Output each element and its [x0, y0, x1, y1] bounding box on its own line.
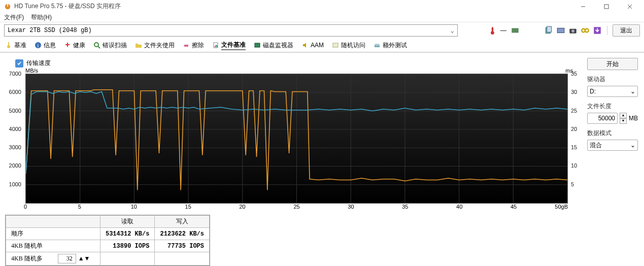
- table-row: 4KB 随机多 32 ▲▼: [6, 252, 210, 265]
- file-length-input[interactable]: 50000: [587, 113, 618, 124]
- threads-down-button[interactable]: ▼: [84, 255, 90, 262]
- copy-info-icon[interactable]: [544, 26, 553, 35]
- drive-label: 驱动器: [587, 76, 605, 83]
- svg-point-15: [585, 29, 589, 32]
- svg-rect-25: [215, 46, 216, 47]
- svg-rect-8: [512, 28, 519, 33]
- svg-point-13: [571, 29, 574, 32]
- svg-text:i: i: [38, 43, 39, 48]
- thermometer-icon: [488, 26, 497, 35]
- transfer-speed-checkbox[interactable]: [15, 59, 23, 68]
- table-row: 顺序 5314312 KB/s 2123622 KB/s: [6, 228, 210, 240]
- drive-select[interactable]: Lexar 2TB SSD (2048 gB) ⌄: [4, 24, 458, 37]
- file-length-down-button[interactable]: ▼: [620, 118, 627, 124]
- chevron-down-icon: ⌄: [451, 27, 454, 35]
- close-button[interactable]: [623, 2, 637, 12]
- maximize-button[interactable]: [599, 2, 614, 12]
- menu-help[interactable]: 帮助(H): [31, 13, 52, 22]
- svg-rect-3: [604, 5, 608, 9]
- svg-point-31: [375, 44, 380, 46]
- minimize-button[interactable]: [576, 2, 590, 12]
- svg-rect-18: [8, 42, 9, 46]
- svg-rect-11: [557, 28, 564, 33]
- threads-up-button[interactable]: ▲: [78, 255, 84, 262]
- link-icon[interactable]: [581, 26, 590, 35]
- svg-rect-10: [547, 26, 552, 32]
- tab-errorscan[interactable]: 错误扫描: [93, 39, 127, 52]
- file-length-up-button[interactable]: ▲: [620, 113, 627, 118]
- tab-diskmonitor[interactable]: 磁盘监视器: [254, 39, 293, 52]
- table-row: 4KB 随机单 13890 IOPS 77735 IOPS: [6, 240, 210, 252]
- col-header-blank: [6, 216, 100, 228]
- transfer-speed-label: 传输速度: [26, 59, 51, 68]
- titlebar: HD Tune Pro 5.75 - 硬盘/SSD 实用程序: [0, 0, 644, 13]
- file-length-label: 文件长度: [587, 103, 612, 110]
- svg-rect-6: [492, 27, 493, 31]
- results-table: 读取 写入 顺序 5314312 KB/s 2123622 KB/s 4KB 随…: [5, 215, 210, 266]
- col-header-read: 读取: [100, 216, 155, 228]
- svg-rect-27: [217, 45, 218, 47]
- temp-config-icon[interactable]: [511, 26, 520, 35]
- tab-extra[interactable]: 额外测试: [374, 39, 407, 52]
- copy-screenshot-icon[interactable]: [556, 26, 565, 35]
- tab-bar: 基准 i信息 健康 错误扫描 文件夹使用 擦除 文件基准 磁盘监视器 AAM 随…: [0, 39, 644, 53]
- col-header-write: 写入: [155, 216, 210, 228]
- svg-rect-28: [255, 43, 260, 47]
- svg-rect-26: [216, 45, 217, 47]
- temperature-display: —: [500, 27, 507, 34]
- chevron-down-icon: ⌄: [630, 142, 635, 149]
- tab-filebench[interactable]: 文件基准: [212, 39, 246, 52]
- exit-button[interactable]: 退出: [613, 24, 640, 37]
- app-icon: [4, 3, 11, 10]
- tab-info[interactable]: i信息: [35, 39, 56, 52]
- y1-unit: MB/s: [25, 68, 38, 74]
- svg-point-21: [94, 43, 98, 47]
- start-button[interactable]: 开始: [587, 58, 638, 70]
- file-length-unit: MB: [629, 115, 638, 122]
- tab-aam[interactable]: AAM: [301, 39, 324, 52]
- drive-letter-select[interactable]: D:⌄: [587, 86, 638, 97]
- chevron-down-icon: ⌄: [630, 88, 635, 95]
- camera-icon[interactable]: [568, 26, 578, 35]
- threads-input[interactable]: 32: [58, 254, 76, 263]
- menubar: 文件(F) 帮助(H): [0, 13, 644, 22]
- window-title: HD Tune Pro 5.75 - 硬盘/SSD 实用程序: [14, 2, 576, 11]
- tab-folderusage[interactable]: 文件夹使用: [135, 39, 175, 52]
- data-mode-label: 数据模式: [587, 129, 612, 137]
- save-icon[interactable]: [593, 26, 602, 35]
- svg-rect-1: [7, 4, 8, 6]
- drive-select-value: Lexar 2TB SSD (2048 gB): [8, 27, 92, 34]
- tab-health[interactable]: 健康: [64, 39, 85, 52]
- divider: [607, 26, 607, 35]
- data-mode-select[interactable]: 混合⌄: [587, 140, 638, 151]
- tab-benchmark[interactable]: 基准: [5, 39, 26, 52]
- svg-rect-23: [184, 45, 188, 47]
- tab-randomaccess[interactable]: 随机访问: [332, 39, 365, 52]
- tab-erase[interactable]: 擦除: [183, 39, 204, 52]
- menu-file[interactable]: 文件(F): [4, 13, 24, 22]
- svg-line-22: [98, 46, 100, 48]
- svg-point-7: [491, 31, 494, 35]
- chart-area: MB/s ms 1000200030004000500060007000 510…: [8, 69, 582, 212]
- svg-rect-29: [333, 43, 338, 47]
